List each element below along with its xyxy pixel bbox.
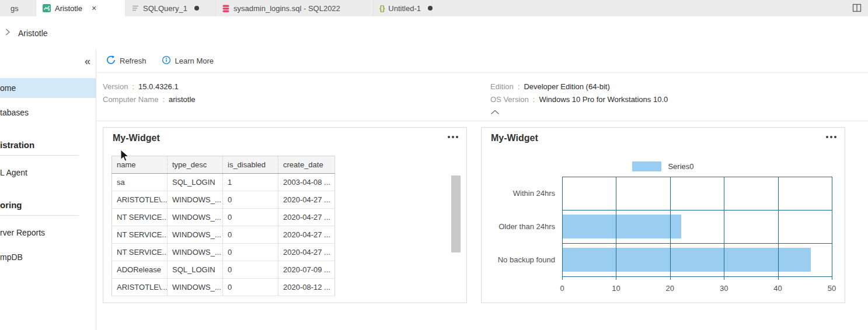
tab-aristotle-dashboard[interactable]: Aristotle ×: [36, 0, 126, 16]
table-cell[interactable]: 2003-04-08 ...: [278, 174, 335, 191]
server-properties: Version:15.0.4326.1 Computer Name:aristo…: [96, 73, 868, 121]
property-value: 15.0.4326.1: [138, 82, 179, 91]
table-cell[interactable]: 0: [223, 279, 278, 296]
table-cell[interactable]: 2020-04-27 ...: [278, 209, 335, 226]
widget-backup-chart: My-Widget Series0 Within 24hrsOlder than…: [481, 127, 845, 303]
table-row[interactable]: ARISTOTLE\...WINDOWS_...02020-08-12 ...: [112, 279, 335, 296]
table-cell[interactable]: 2020-04-27 ...: [278, 226, 335, 244]
chart-gridline: [562, 276, 832, 277]
tab-label: sysadmin_logins.sql - SQL2022: [233, 4, 340, 13]
chart-gridline: [778, 177, 779, 280]
table-cell[interactable]: 1: [223, 174, 278, 191]
learn-more-button[interactable]: Learn More: [162, 55, 214, 66]
table-scrollbar[interactable]: [451, 175, 461, 252]
widget-menu-ellipsis-icon[interactable]: [448, 136, 458, 138]
tab-label: Aristotle: [55, 4, 82, 13]
table-cell[interactable]: ARISTOTLE\...: [112, 279, 168, 296]
table-cell[interactable]: SQL_LOGIN: [168, 174, 223, 191]
sidebar-item-sql-agent[interactable]: L Agent: [0, 163, 96, 182]
table-row[interactable]: NT SERVICE...WINDOWS_...02020-04-27 ...: [112, 226, 335, 244]
table-header-row: nametype_descis_disabledcreate_date: [112, 156, 335, 174]
column-header-is_disabled[interactable]: is_disabled: [223, 156, 278, 174]
sidebar-section-administration: istration: [0, 135, 96, 155]
database-icon: [222, 4, 230, 13]
sidebar-item-server-reports[interactable]: rver Reports: [0, 223, 96, 243]
property-value: Windows 10 Pro for Workstations 10.0: [539, 95, 668, 104]
table-cell[interactable]: NT SERVICE...: [112, 209, 168, 226]
x-tick-label: 20: [666, 284, 674, 293]
sidebar-nav: ome tabases istration L Agent oring rver…: [0, 78, 96, 267]
collapse-properties-icon[interactable]: [490, 108, 500, 117]
tab-untitled1[interactable]: {} Untitled-1: [374, 0, 432, 16]
chart-gridline: [562, 177, 832, 177]
table-cell[interactable]: WINDOWS_...: [168, 209, 223, 226]
close-icon[interactable]: ×: [92, 4, 96, 12]
table-cell[interactable]: WINDOWS_...: [168, 244, 223, 261]
chart-bar: [563, 215, 681, 238]
table-cell[interactable]: NT SERVICE...: [112, 226, 168, 244]
table-cell[interactable]: ARISTOTLE\...: [112, 191, 168, 209]
tab-label: Untitled-1: [388, 4, 421, 13]
column-header-type_desc[interactable]: type_desc: [168, 156, 223, 174]
unsaved-dot-icon: [428, 6, 433, 10]
section-divider: [0, 215, 79, 216]
editor-tab-bar: gs Aristotle × SQLQuery_1 sysadmin_login…: [0, 0, 868, 16]
property-value: aristotle: [169, 95, 196, 104]
breadcrumb: Aristotle: [0, 16, 868, 50]
table-cell[interactable]: 0: [223, 191, 278, 209]
table-row[interactable]: saSQL_LOGIN12003-04-08 ...: [112, 174, 335, 191]
mouse-cursor: [120, 149, 130, 164]
refresh-icon: [106, 55, 116, 66]
collapse-sidebar-icon[interactable]: «: [85, 56, 90, 66]
column-header-create_date[interactable]: create_date: [278, 156, 335, 174]
logins-table: nametype_descis_disabledcreate_date saSQ…: [111, 156, 335, 296]
chart-gridline: [562, 177, 563, 280]
dashboard-content: Refresh Learn More Version:15.0.4326.1 C…: [96, 50, 868, 330]
table-cell[interactable]: 0: [223, 226, 278, 244]
table-cell[interactable]: NT SERVICE...: [112, 244, 168, 261]
table-cell[interactable]: 0: [223, 261, 278, 279]
tab-label: gs: [11, 4, 19, 13]
split-editor-icon[interactable]: [852, 3, 862, 16]
properties-left-column: Version:15.0.4326.1 Computer Name:aristo…: [103, 80, 196, 106]
table-cell[interactable]: 0: [223, 209, 278, 226]
property-value: Developer Edition (64-bit): [524, 82, 609, 91]
sidebar-item-databases[interactable]: tabases: [0, 103, 96, 122]
table-row[interactable]: ADOReleaseSQL_LOGIN02020-07-09 ...: [112, 261, 335, 279]
property-label: Computer Name: [103, 95, 158, 104]
table-cell[interactable]: 2020-08-12 ...: [278, 279, 335, 296]
refresh-label: Refresh: [120, 57, 147, 65]
table-cell[interactable]: 2020-04-27 ...: [278, 244, 335, 261]
chart-gridline: [562, 210, 832, 210]
table-cell[interactable]: sa: [112, 174, 168, 191]
table-cell[interactable]: 2020-04-27 ...: [278, 191, 335, 209]
chart-gridline: [724, 177, 724, 280]
azure-data-studio-window: { "titlebar": { "tabs": [ {"label": "gs"…: [0, 0, 868, 330]
table-row[interactable]: NT SERVICE...WINDOWS_...02020-04-27 ...: [112, 209, 335, 226]
legend-swatch: [632, 162, 661, 171]
tab-sysadmin-logins[interactable]: sysadmin_logins.sql - SQL2022: [216, 0, 374, 16]
widget-menu-ellipsis-icon[interactable]: [826, 136, 836, 138]
table-cell[interactable]: SQL_LOGIN: [168, 261, 223, 279]
table-cell[interactable]: 2020-07-09 ...: [278, 261, 335, 279]
x-tick-label: 0: [560, 284, 564, 293]
breadcrumb-item-server[interactable]: Aristotle: [18, 29, 48, 38]
chart-gridline: [616, 177, 616, 280]
sidebar-item-home[interactable]: ome: [0, 78, 96, 98]
chart-gridline: [670, 177, 671, 280]
tab-settings[interactable]: gs: [0, 0, 36, 16]
section-divider: [0, 155, 79, 156]
table-cell[interactable]: 0: [223, 244, 278, 261]
sidebar-item-tempdb[interactable]: mpDB: [0, 247, 96, 267]
table-cell[interactable]: WINDOWS_...: [168, 191, 223, 209]
category-label: Within 24hrs: [482, 177, 555, 210]
table-cell[interactable]: WINDOWS_...: [168, 279, 223, 296]
table-cell[interactable]: ADORelease: [112, 261, 168, 279]
table-row[interactable]: NT SERVICE...WINDOWS_...02020-04-27 ...: [112, 244, 335, 261]
dashboard-toolbar: Refresh Learn More: [96, 50, 868, 73]
dashboard-icon: [42, 3, 51, 13]
tab-sqlquery1[interactable]: SQLQuery_1: [126, 0, 216, 16]
refresh-button[interactable]: Refresh: [106, 55, 147, 66]
table-row[interactable]: ARISTOTLE\...WINDOWS_...02020-04-27 ...: [112, 191, 335, 209]
table-cell[interactable]: WINDOWS_...: [168, 226, 223, 244]
